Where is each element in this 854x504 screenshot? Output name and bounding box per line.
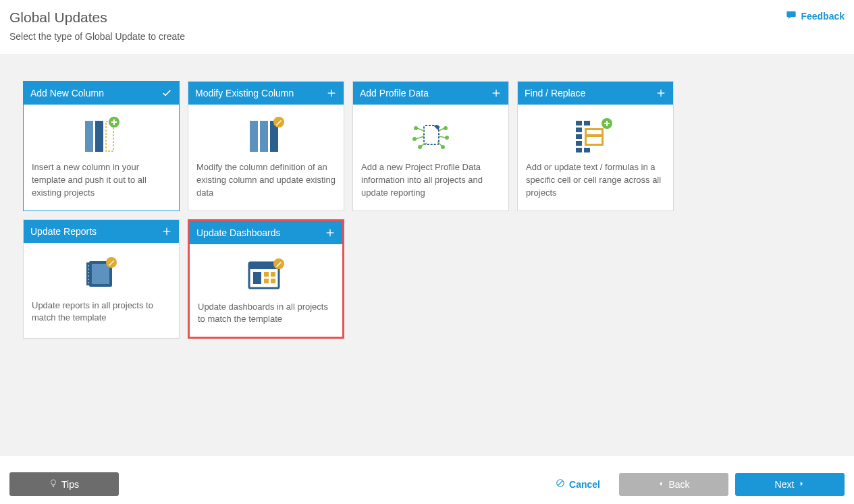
card-title: Update Reports [30,226,97,237]
tips-button[interactable]: Tips [9,472,119,496]
card-title: Modify Existing Column [195,88,294,99]
svg-rect-57 [271,279,275,283]
card-add-profile-data[interactable]: Add Profile Data [352,81,509,211]
card-update-dashboards[interactable]: Update Dashboards [188,219,344,339]
feedback-label: Feedback [801,11,845,22]
svg-rect-29 [576,121,582,125]
plus-icon [325,227,336,238]
svg-rect-38 [587,137,602,144]
svg-line-25 [439,136,446,138]
svg-rect-53 [253,272,261,284]
page-title: Global Updates [9,9,107,26]
card-desc: Add or update text / formulas in a speci… [526,161,665,200]
chevron-right-icon [798,479,805,490]
columns-edit-icon [196,111,336,160]
card-desc: Update dashboards in all projects to mat… [198,301,334,327]
svg-rect-34 [584,121,590,125]
svg-rect-33 [576,148,582,152]
svg-rect-0 [85,121,93,152]
dashboard-icon [198,251,334,300]
svg-line-60 [558,481,563,486]
card-desc: Add a new Project Profile Data informati… [361,161,500,200]
back-label: Back [668,479,689,490]
chevron-left-icon [658,479,664,490]
card-update-reports[interactable]: Update Reports Update reports i [23,219,180,339]
card-desc: Update reports in all projects to match … [32,300,171,325]
plus-icon [656,88,666,99]
feedback-link[interactable]: Feedback [786,9,845,22]
cancel-icon [556,478,565,490]
card-modify-existing-column[interactable]: Modify Existing Column Modify the column… [188,81,344,211]
svg-rect-56 [264,279,269,283]
svg-rect-55 [271,272,275,277]
main-panel: Add New Column Insert a new col [0,54,854,456]
back-button[interactable]: Back [619,473,728,496]
card-add-new-column[interactable]: Add New Column Insert a new col [23,81,180,211]
svg-rect-35 [584,148,590,152]
svg-rect-9 [260,121,268,152]
plus-icon [161,226,172,237]
page-subtitle: Select the type of Global Update to crea… [9,31,845,42]
card-title: Update Dashboards [196,227,281,238]
svg-rect-45 [92,264,109,284]
svg-rect-8 [250,121,258,152]
svg-rect-54 [264,272,269,277]
card-desc: Modify the column definition of an exist… [196,161,336,200]
chat-icon [786,9,797,22]
cancel-label: Cancel [569,479,600,490]
card-title: Find / Replace [525,88,585,99]
cancel-button[interactable]: Cancel [543,472,612,496]
svg-line-22 [416,136,424,139]
bulb-icon [49,478,57,490]
check-icon [161,88,172,99]
tips-label: Tips [61,479,79,490]
svg-rect-37 [587,130,602,134]
report-icon [32,250,171,298]
next-label: Next [775,479,795,490]
svg-rect-31 [576,134,582,139]
svg-rect-30 [576,128,582,132]
footer-bar: Tips Cancel Back Next [0,464,854,504]
find-replace-icon [526,111,665,160]
plus-icon [326,88,337,99]
card-find-replace[interactable]: Find / Replace [517,81,674,211]
columns-add-icon [32,111,171,160]
card-title: Add New Column [30,88,104,99]
card-grid: Add New Column Insert a new col [23,81,831,339]
svg-rect-1 [95,121,103,152]
card-title: Add Profile Data [360,88,429,99]
svg-line-21 [417,128,424,131]
plus-icon [491,88,502,99]
profile-data-icon [361,111,500,160]
svg-rect-32 [576,141,582,146]
next-button[interactable]: Next [735,473,845,496]
svg-line-24 [439,128,444,131]
card-desc: Insert a new column in your template and… [32,161,171,200]
